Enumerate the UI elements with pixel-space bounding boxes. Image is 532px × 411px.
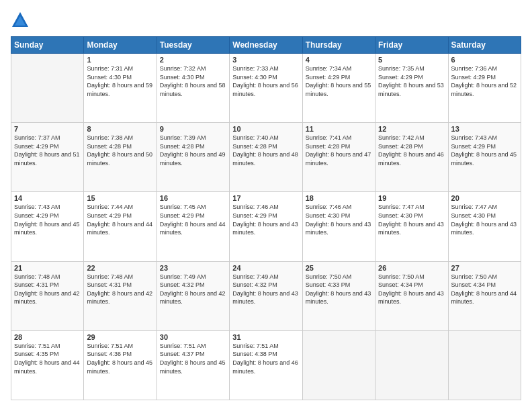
day-number: 18 [306,194,372,202]
day-info: Sunrise: 7:51 AMSunset: 4:38 PMDaylight:… [232,342,299,375]
day-number: 2 [160,56,226,64]
day-number: 29 [87,333,153,341]
calendar-cell: 30Sunrise: 7:51 AMSunset: 4:37 PMDayligh… [157,330,229,400]
day-info: Sunrise: 7:31 AMSunset: 4:30 PMDaylight:… [87,64,153,98]
day-number: 16 [160,194,226,202]
day-number: 21 [14,264,81,272]
day-number: 1 [87,56,153,64]
day-info: Sunrise: 7:47 AMSunset: 4:30 PMDaylight:… [451,203,518,236]
weekday-header: Monday [84,37,157,54]
logo-icon [11,11,30,30]
day-number: 24 [232,264,299,272]
calendar-cell: 24Sunrise: 7:49 AMSunset: 4:32 PMDayligh… [230,261,302,330]
day-info: Sunrise: 7:51 AMSunset: 4:36 PMDaylight:… [87,342,153,375]
day-info: Sunrise: 7:43 AMSunset: 4:29 PMDaylight:… [14,203,81,236]
day-number: 30 [160,333,226,341]
calendar-week-row: 28Sunrise: 7:51 AMSunset: 4:35 PMDayligh… [11,330,521,400]
calendar-cell: 11Sunrise: 7:41 AMSunset: 4:28 PMDayligh… [302,123,375,192]
calendar-cell: 23Sunrise: 7:49 AMSunset: 4:32 PMDayligh… [157,261,229,330]
weekday-header: Wednesday [230,37,302,54]
day-number: 19 [378,194,445,202]
calendar-cell: 26Sunrise: 7:50 AMSunset: 4:34 PMDayligh… [375,261,448,330]
day-info: Sunrise: 7:42 AMSunset: 4:28 PMDaylight:… [378,134,445,167]
day-number: 27 [451,264,518,272]
day-info: Sunrise: 7:50 AMSunset: 4:34 PMDaylight:… [451,273,518,306]
calendar-cell: 19Sunrise: 7:47 AMSunset: 4:30 PMDayligh… [375,192,448,261]
calendar-cell: 17Sunrise: 7:46 AMSunset: 4:29 PMDayligh… [230,192,302,261]
calendar-cell: 15Sunrise: 7:44 AMSunset: 4:29 PMDayligh… [84,192,157,261]
weekday-header: Sunday [11,37,84,54]
calendar-header-row: SundayMondayTuesdayWednesdayThursdayFrid… [11,37,521,54]
calendar-cell: 25Sunrise: 7:50 AMSunset: 4:33 PMDayligh… [302,261,375,330]
day-number: 6 [451,56,518,64]
calendar-week-row: 7Sunrise: 7:37 AMSunset: 4:29 PMDaylight… [11,123,521,192]
calendar-cell: 28Sunrise: 7:51 AMSunset: 4:35 PMDayligh… [11,330,84,400]
calendar-cell: 1Sunrise: 7:31 AMSunset: 4:30 PMDaylight… [84,54,157,123]
calendar-cell: 2Sunrise: 7:32 AMSunset: 4:30 PMDaylight… [157,54,229,123]
day-number: 11 [306,125,372,133]
calendar-week-row: 21Sunrise: 7:48 AMSunset: 4:31 PMDayligh… [11,261,521,330]
day-info: Sunrise: 7:39 AMSunset: 4:28 PMDaylight:… [160,134,226,167]
day-info: Sunrise: 7:46 AMSunset: 4:30 PMDaylight:… [306,203,372,236]
day-info: Sunrise: 7:49 AMSunset: 4:32 PMDaylight:… [232,273,299,306]
day-info: Sunrise: 7:32 AMSunset: 4:30 PMDaylight:… [160,64,226,98]
calendar-cell: 9Sunrise: 7:39 AMSunset: 4:28 PMDaylight… [157,123,229,192]
calendar-cell: 10Sunrise: 7:40 AMSunset: 4:28 PMDayligh… [230,123,302,192]
calendar-cell [448,330,521,400]
day-info: Sunrise: 7:44 AMSunset: 4:29 PMDaylight:… [87,203,153,236]
day-number: 14 [14,194,81,202]
logo [11,11,32,30]
day-number: 23 [160,264,226,272]
calendar-week-row: 1Sunrise: 7:31 AMSunset: 4:30 PMDaylight… [11,54,521,123]
day-number: 8 [87,125,153,133]
calendar-cell: 5Sunrise: 7:35 AMSunset: 4:29 PMDaylight… [375,54,448,123]
calendar-cell: 18Sunrise: 7:46 AMSunset: 4:30 PMDayligh… [302,192,375,261]
day-number: 5 [378,56,445,64]
day-info: Sunrise: 7:48 AMSunset: 4:31 PMDaylight:… [14,273,81,306]
day-number: 15 [87,194,153,202]
calendar-cell: 29Sunrise: 7:51 AMSunset: 4:36 PMDayligh… [84,330,157,400]
day-number: 9 [160,125,226,133]
calendar-cell: 13Sunrise: 7:43 AMSunset: 4:29 PMDayligh… [448,123,521,192]
day-info: Sunrise: 7:40 AMSunset: 4:28 PMDaylight:… [232,134,299,167]
day-info: Sunrise: 7:33 AMSunset: 4:30 PMDaylight:… [232,64,299,98]
day-number: 3 [232,56,299,64]
day-info: Sunrise: 7:34 AMSunset: 4:29 PMDaylight:… [306,64,372,98]
day-number: 28 [14,333,81,341]
day-number: 31 [232,333,299,341]
weekday-header: Friday [375,37,448,54]
calendar-table: SundayMondayTuesdayWednesdayThursdayFrid… [11,36,521,400]
day-info: Sunrise: 7:45 AMSunset: 4:29 PMDaylight:… [160,203,226,236]
calendar-cell [11,54,84,123]
page: SundayMondayTuesdayWednesdayThursdayFrid… [0,0,532,411]
weekday-header: Thursday [302,37,375,54]
calendar-cell: 14Sunrise: 7:43 AMSunset: 4:29 PMDayligh… [11,192,84,261]
calendar-cell: 27Sunrise: 7:50 AMSunset: 4:34 PMDayligh… [448,261,521,330]
calendar-cell [302,330,375,400]
header [11,11,521,30]
weekday-header: Saturday [448,37,521,54]
calendar-cell: 3Sunrise: 7:33 AMSunset: 4:30 PMDaylight… [230,54,302,123]
weekday-header: Tuesday [157,37,229,54]
day-info: Sunrise: 7:51 AMSunset: 4:37 PMDaylight:… [160,342,226,375]
day-number: 13 [451,125,518,133]
day-info: Sunrise: 7:36 AMSunset: 4:29 PMDaylight:… [451,64,518,98]
day-info: Sunrise: 7:49 AMSunset: 4:32 PMDaylight:… [160,273,226,306]
day-info: Sunrise: 7:48 AMSunset: 4:31 PMDaylight:… [87,273,153,306]
day-info: Sunrise: 7:47 AMSunset: 4:30 PMDaylight:… [378,203,445,236]
day-info: Sunrise: 7:51 AMSunset: 4:35 PMDaylight:… [14,342,81,375]
calendar-cell: 31Sunrise: 7:51 AMSunset: 4:38 PMDayligh… [230,330,302,400]
calendar-cell: 6Sunrise: 7:36 AMSunset: 4:29 PMDaylight… [448,54,521,123]
calendar-cell: 12Sunrise: 7:42 AMSunset: 4:28 PMDayligh… [375,123,448,192]
day-info: Sunrise: 7:50 AMSunset: 4:34 PMDaylight:… [378,273,445,306]
day-info: Sunrise: 7:46 AMSunset: 4:29 PMDaylight:… [232,203,299,236]
day-number: 22 [87,264,153,272]
day-info: Sunrise: 7:35 AMSunset: 4:29 PMDaylight:… [378,64,445,98]
day-number: 7 [14,125,81,133]
day-info: Sunrise: 7:43 AMSunset: 4:29 PMDaylight:… [451,134,518,167]
day-number: 17 [232,194,299,202]
day-number: 20 [451,194,518,202]
calendar-cell [375,330,448,400]
calendar-cell: 20Sunrise: 7:47 AMSunset: 4:30 PMDayligh… [448,192,521,261]
calendar-cell: 8Sunrise: 7:38 AMSunset: 4:28 PMDaylight… [84,123,157,192]
